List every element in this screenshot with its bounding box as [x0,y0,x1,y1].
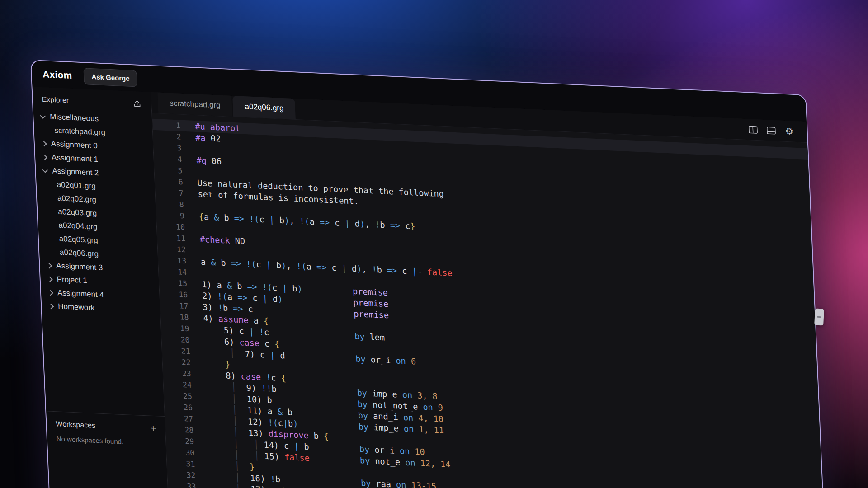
sidebar: Explorer Miscellaneousscratchpad.grgAssi… [33,87,172,488]
line-number: 26 [165,401,193,413]
line-number: 22 [162,356,191,368]
code-text [198,200,198,211]
upload-icon[interactable] [132,99,142,109]
settings-gear-icon[interactable]: ⚙ [784,126,794,136]
line-number: 19 [161,322,189,334]
line-number: 6 [155,175,183,188]
line-number: 24 [163,378,192,391]
tree-item-label: scratchpad.grg [54,126,105,137]
line-number: 4 [154,153,182,165]
add-workspace-icon[interactable]: + [150,423,156,433]
workspaces-header: Workspaces + [56,419,156,433]
line-number: 12 [158,243,186,256]
chevron-right-icon [42,154,47,160]
chevron-right-icon [47,263,52,268]
main-area: Explorer Miscellaneousscratchpad.grgAssi… [33,87,827,488]
line-number: 13 [158,254,187,267]
code-text [199,222,199,234]
line-number: 29 [166,435,194,447]
tree-item-label: Assignment 3 [56,261,103,272]
tree-item-label: Miscellaneous [50,113,99,124]
tabbar-actions: ⚙ [748,119,807,142]
line-number: 2 [153,130,181,143]
line-number: 17 [160,299,189,312]
line-number: 14 [159,265,187,278]
tree-item-label: a02q04.grg [58,221,98,232]
line-number: 15 [159,277,188,289]
code-editor[interactable]: 1#u abarot2#a 0234#q 0656Use natural ded… [152,113,827,488]
chevron-right-icon [47,290,53,296]
line-number: 9 [156,209,184,222]
line-number: 27 [165,412,193,425]
tree-item-label: Assignment 0 [51,140,98,151]
tree-item-label: Assignment 2 [52,166,99,178]
code-text: } [205,358,231,370]
line-number: 30 [166,446,195,459]
line-number: 31 [167,457,195,470]
tab-a02q06-grg[interactable]: a02q06.grg [233,96,296,119]
code-text [200,245,200,256]
app-title: Axiom [42,69,72,81]
tree-item-label: Assignment 4 [57,288,104,300]
code-text [201,267,202,279]
line-number: 10 [156,221,185,233]
layout-panel-icon[interactable] [766,125,776,136]
app-window: Axiom Ask George Explorer Miscellaneouss… [30,60,828,488]
chevron-right-icon [41,141,47,146]
line-number: 3 [153,141,182,154]
line-number: 1 [152,119,181,131]
line-number: 8 [156,198,184,211]
line-number: 16 [160,288,188,300]
editor-pane: scratchpad.grga02q06.grg ⚙ [151,92,827,488]
tree-item-label: a02q05.grg [59,235,98,245]
line-number: 7 [155,187,184,199]
tab-scratchpad-grg[interactable]: scratchpad.grg [157,92,232,116]
workspaces-section: Workspaces + No workspaces found. [46,411,166,455]
line-number: 5 [154,164,183,177]
tree-item-label: Project 1 [57,275,87,285]
code-text: #check ND [199,234,245,247]
chevron-down-icon [42,167,48,173]
code-text [196,143,196,155]
line-number: 11 [157,232,185,244]
line-number: 20 [161,333,190,346]
desktop-background: Axiom Ask George Explorer Miscellaneouss… [0,0,868,488]
ask-george-button[interactable]: Ask George [84,68,138,87]
chevron-down-icon [40,113,46,119]
line-number: 21 [162,344,190,357]
line-number: 33 [168,480,196,488]
workspaces-label: Workspaces [56,420,95,430]
line-number: 18 [160,310,189,323]
window-resize-handle[interactable] [814,309,824,326]
line-number: 32 [167,469,196,481]
file-tree: Miscellaneousscratchpad.grgAssignment 0A… [33,109,160,318]
tree-item-label: a02q02.grg [57,194,97,205]
tree-item-label: a02q06.grg [60,248,99,259]
tree-item-label: Homework [58,302,95,313]
explorer-label: Explorer [42,95,69,105]
line-number: 28 [165,423,194,436]
line-number: 23 [163,367,191,380]
workspaces-empty-text: No workspaces found. [56,435,157,447]
split-editor-icon[interactable] [748,124,758,135]
tree-item-label: Assignment 1 [52,153,99,164]
resize-handle-notch [817,316,821,318]
chevron-right-icon [47,276,53,282]
code-text [197,166,197,177]
tree-item-label: a02q01.grg [57,180,96,191]
tree-item-label: a02q03.grg [58,207,97,218]
chevron-right-icon [48,303,54,309]
code-text: #a 02 [195,132,221,144]
line-number: 25 [164,389,192,402]
code-text: #q 06 [196,155,222,167]
